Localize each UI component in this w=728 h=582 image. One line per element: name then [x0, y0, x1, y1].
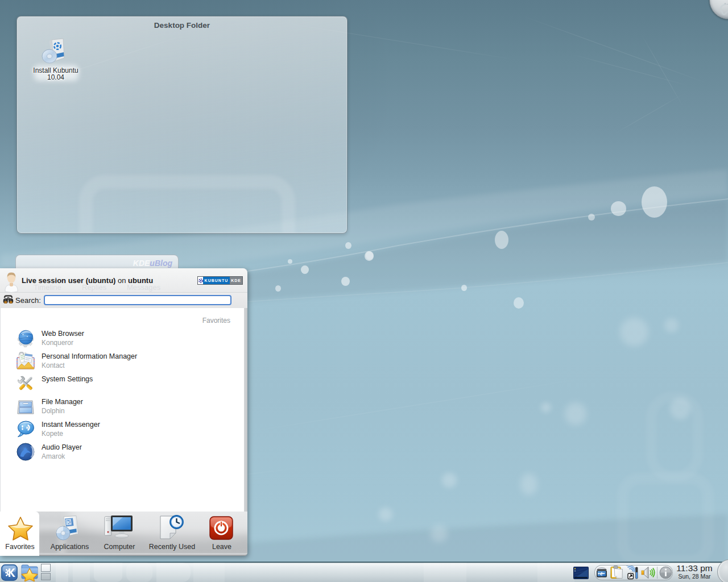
svg-text:K: K: [67, 519, 71, 525]
